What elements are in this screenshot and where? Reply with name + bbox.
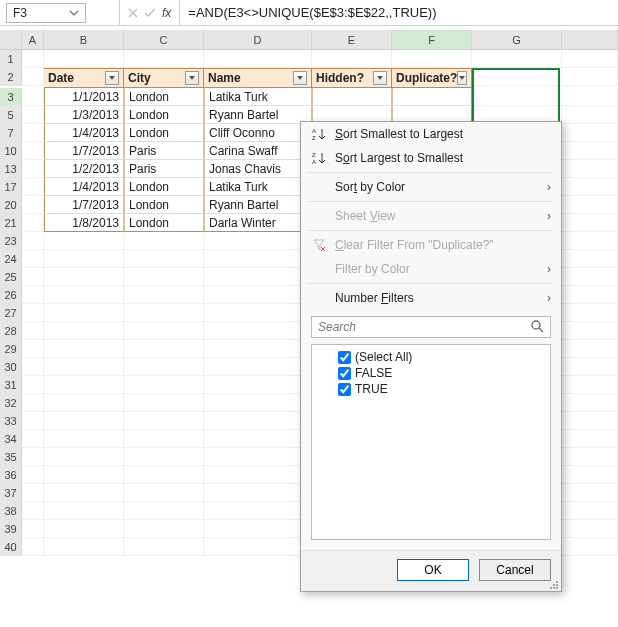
row-header[interactable]: 1 xyxy=(0,50,22,68)
cell[interactable] xyxy=(22,376,44,394)
cell[interactable] xyxy=(562,322,618,340)
table-header[interactable]: Duplicate? xyxy=(392,68,472,88)
formula-input[interactable]: =AND(E3<>UNIQUE($E$3:$E$22,,TRUE)) xyxy=(180,0,618,25)
cell[interactable] xyxy=(562,160,618,178)
row-header[interactable]: 3 xyxy=(0,88,22,106)
cell[interactable] xyxy=(204,358,312,376)
cell[interactable] xyxy=(124,520,204,538)
row-header[interactable]: 26 xyxy=(0,286,22,304)
filter-button[interactable] xyxy=(373,71,387,85)
cell[interactable] xyxy=(204,50,312,68)
cell[interactable] xyxy=(44,430,124,448)
cell[interactable] xyxy=(22,484,44,502)
cell[interactable] xyxy=(124,430,204,448)
cell[interactable] xyxy=(124,286,204,304)
cell[interactable] xyxy=(562,430,618,448)
cell[interactable] xyxy=(204,250,312,268)
cell[interactable] xyxy=(562,394,618,412)
cell[interactable] xyxy=(562,502,618,520)
row-header[interactable]: 23 xyxy=(0,232,22,250)
row-header[interactable]: 36 xyxy=(0,466,22,484)
table-cell[interactable]: 1/2/2013 xyxy=(44,160,124,178)
cell[interactable] xyxy=(124,268,204,286)
row-header[interactable]: 31 xyxy=(0,376,22,394)
filter-button[interactable] xyxy=(457,71,467,85)
cell[interactable] xyxy=(204,520,312,538)
enter-formula-icon[interactable] xyxy=(144,8,156,18)
cell[interactable] xyxy=(124,394,204,412)
cell[interactable] xyxy=(204,322,312,340)
cell[interactable] xyxy=(204,340,312,358)
cell[interactable] xyxy=(22,430,44,448)
col-header[interactable]: C xyxy=(124,30,204,49)
row-header[interactable]: 38 xyxy=(0,502,22,520)
cell[interactable] xyxy=(562,268,618,286)
cell[interactable] xyxy=(22,520,44,538)
cell[interactable] xyxy=(124,376,204,394)
cell[interactable] xyxy=(204,268,312,286)
filter-button[interactable] xyxy=(185,71,199,85)
cell[interactable] xyxy=(124,250,204,268)
table-cell[interactable]: London xyxy=(124,214,204,232)
col-header[interactable]: F xyxy=(392,30,472,49)
cell[interactable] xyxy=(562,232,618,250)
cell[interactable] xyxy=(44,286,124,304)
cell[interactable] xyxy=(472,88,562,106)
cell[interactable] xyxy=(22,250,44,268)
cell[interactable] xyxy=(562,214,618,232)
checkbox-true[interactable] xyxy=(338,383,351,396)
cell[interactable] xyxy=(22,142,44,160)
col-header[interactable]: D xyxy=(204,30,312,49)
cell[interactable] xyxy=(22,322,44,340)
cell[interactable] xyxy=(124,358,204,376)
table-cell[interactable] xyxy=(392,88,472,106)
cell[interactable] xyxy=(562,466,618,484)
table-cell[interactable]: 1/4/2013 xyxy=(44,178,124,196)
cell[interactable] xyxy=(124,502,204,520)
table-cell[interactable]: 1/3/2013 xyxy=(44,106,124,124)
cell[interactable] xyxy=(44,268,124,286)
table-cell[interactable]: Jonas Chavis xyxy=(204,160,312,178)
row-header[interactable]: 2 xyxy=(0,68,22,86)
cell[interactable] xyxy=(472,50,562,68)
table-cell[interactable]: Carina Swaff xyxy=(204,142,312,160)
cell[interactable] xyxy=(124,232,204,250)
col-header[interactable]: E xyxy=(312,30,392,49)
row-header[interactable]: 27 xyxy=(0,304,22,322)
cell[interactable] xyxy=(22,88,44,106)
col-header[interactable]: B xyxy=(44,30,124,49)
table-cell[interactable]: 1/8/2013 xyxy=(44,214,124,232)
number-filters[interactable]: Number Filters › xyxy=(301,286,561,310)
table-cell[interactable]: London xyxy=(124,178,204,196)
filter-button[interactable] xyxy=(293,71,307,85)
cell[interactable] xyxy=(204,448,312,466)
cell[interactable] xyxy=(22,232,44,250)
cell[interactable] xyxy=(44,448,124,466)
table-cell[interactable]: Paris xyxy=(124,160,204,178)
row-header[interactable]: 39 xyxy=(0,520,22,538)
cell[interactable] xyxy=(22,394,44,412)
row-header[interactable]: 20 xyxy=(0,196,22,214)
table-cell[interactable]: London xyxy=(124,106,204,124)
cell[interactable] xyxy=(22,304,44,322)
cell[interactable] xyxy=(44,376,124,394)
cell[interactable] xyxy=(22,214,44,232)
cell[interactable] xyxy=(562,106,618,124)
row-header[interactable]: 35 xyxy=(0,448,22,466)
cell[interactable] xyxy=(22,412,44,430)
col-header[interactable]: A xyxy=(22,30,44,49)
table-header[interactable]: City xyxy=(124,68,204,88)
cell[interactable] xyxy=(44,322,124,340)
table-cell[interactable]: London xyxy=(124,88,204,106)
cell[interactable] xyxy=(22,268,44,286)
cell[interactable] xyxy=(204,394,312,412)
cell[interactable] xyxy=(22,448,44,466)
row-header[interactable]: 29 xyxy=(0,340,22,358)
checkbox-select-all[interactable] xyxy=(338,351,351,364)
row-header[interactable]: 37 xyxy=(0,484,22,502)
row-header[interactable]: 7 xyxy=(0,124,22,142)
cell[interactable] xyxy=(562,358,618,376)
chevron-down-icon[interactable] xyxy=(69,8,79,18)
tree-item-select-all[interactable]: (Select All) xyxy=(318,349,544,365)
cell[interactable] xyxy=(124,538,204,556)
